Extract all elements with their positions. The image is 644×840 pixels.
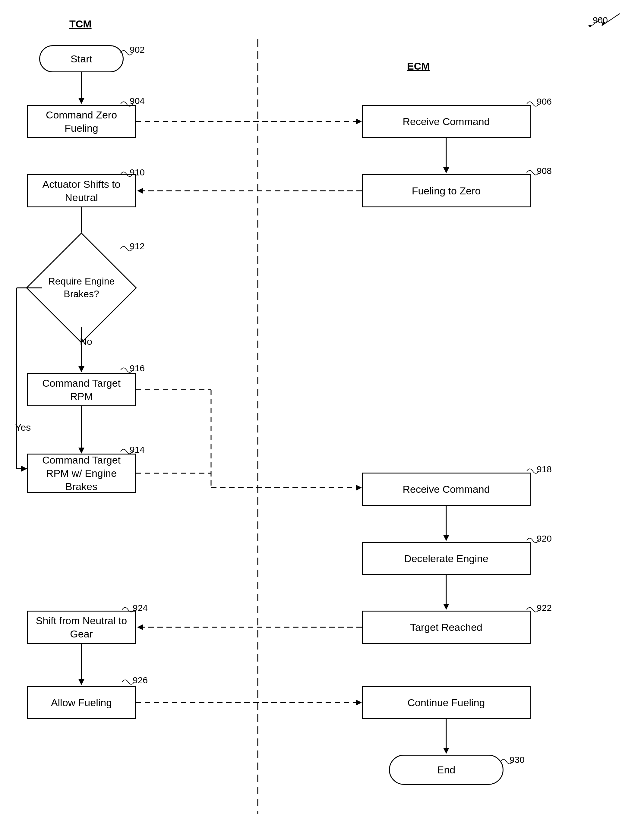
decelerate-engine-box: Decelerate Engine [362,542,531,575]
svg-marker-9 [137,188,143,194]
no-label: No [80,336,92,347]
svg-line-38 [602,13,620,26]
diagram-container: 900 TCM ECM Start 902 904 Command Zero F… [0,0,644,840]
svg-marker-26 [443,535,449,541]
svg-marker-34 [356,699,362,705]
squiggle-920 [525,534,543,546]
svg-marker-32 [78,679,84,685]
target-reached-box: Target Reached [362,610,531,644]
yes-label: Yes [15,422,31,433]
squiggle-906 [525,98,543,110]
ecm-label: ECM [407,60,430,72]
svg-marker-3 [78,98,84,104]
squiggle-904 [119,98,137,110]
squiggle-918 [525,465,543,477]
squiggle-924 [121,604,139,616]
allow-fueling-box: Allow Fueling [27,686,136,719]
svg-marker-13 [78,366,84,372]
continue-fueling-box: Continue Fueling [362,686,531,719]
squiggle-930 [499,756,517,768]
engine-brakes-diamond: Require Engine Brakes? [42,249,121,327]
start-box: Start [39,45,123,72]
svg-marker-30 [137,624,143,630]
svg-marker-7 [443,167,449,173]
svg-marker-5 [356,118,362,125]
end-box: End [389,755,503,785]
svg-marker-23 [356,485,362,491]
tcm-label: TCM [69,18,92,30]
svg-marker-19 [21,466,27,472]
svg-marker-15 [78,448,84,454]
squiggle-902 [119,47,137,59]
squiggle-926 [121,676,139,688]
squiggle-912 [119,243,137,255]
squiggle-922 [525,604,543,616]
cmd-target-rpm-brakes-box: Command Target RPM w/ Engine Brakes [27,454,136,493]
squiggle-914 [119,445,137,458]
receive-cmd-2-box: Receive Command [362,472,531,506]
receive-cmd-1-box: Receive Command [362,105,531,138]
squiggle-908 [525,167,543,179]
svg-marker-28 [443,604,449,610]
arrow-900-label [590,9,629,33]
squiggle-916 [119,364,137,409]
svg-marker-36 [443,748,449,754]
shift-neutral-gear-box: Shift from Neutral to Gear [27,610,136,644]
squiggle-910 [119,168,137,180]
fueling-to-zero-box: Fueling to Zero [362,174,531,207]
